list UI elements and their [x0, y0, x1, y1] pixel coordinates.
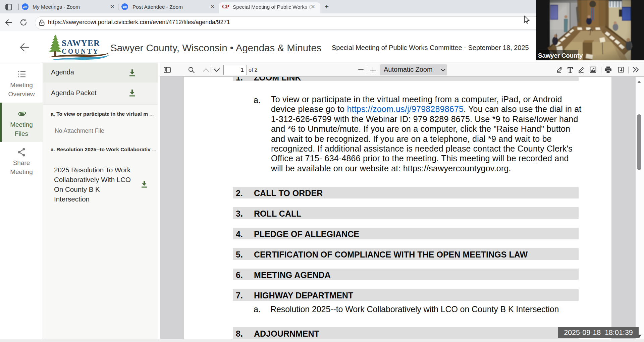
svg-text:SAWYER: SAWYER: [62, 39, 100, 48]
svg-text:COUNTY: COUNTY: [62, 48, 99, 55]
svg-text:Sawyer County: Sawyer County: [538, 52, 583, 59]
